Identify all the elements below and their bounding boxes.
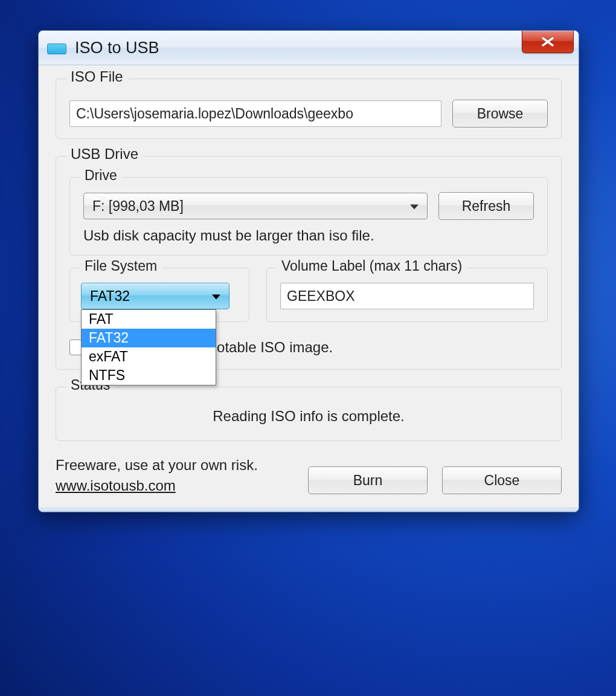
volume-label-value: GEEXBOX [287,288,355,304]
close-button[interactable]: Close [442,466,562,494]
window-title: ISO to USB [75,39,159,57]
status-text: Reading ISO info is complete. [68,408,549,425]
app-window: ISO to USB ISO File C:\Users\josemaria.l… [38,30,579,512]
footer-note: Freeware, use at your own risk. [56,457,294,474]
volume-label-input[interactable]: GEEXBOX [280,283,534,309]
chevron-down-icon [211,288,222,304]
fs-option-ntfs[interactable]: NTFS [82,366,216,385]
file-system-value: FAT32 [90,288,130,304]
drive-select-value: F: [998,03 MB] [92,198,184,214]
iso-file-legend: ISO File [66,68,128,85]
file-system-group: File System FAT32 FAT FAT32 [69,268,249,322]
window-bottom-edge [39,507,579,512]
usb-drive-group: USB Drive Drive F: [998,03 MB] Refresh [56,156,562,370]
iso-path-value: C:\Users\josemaria.lopez\Downloads\geexb… [76,106,353,122]
refresh-button[interactable]: Refresh [438,192,534,220]
drive-group: Drive F: [998,03 MB] Refresh Usb disk ca… [69,177,548,256]
app-icon [47,44,66,54]
drive-legend: Drive [80,167,122,184]
burn-button[interactable]: Burn [308,466,428,494]
file-system-legend: File System [80,258,162,274]
chevron-down-icon [409,198,420,214]
client-area: ISO File C:\Users\josemaria.lopez\Downlo… [39,65,579,507]
drive-hint: Usb disk capacity must be larger than is… [83,227,534,244]
volume-label-group: Volume Label (max 11 chars) GEEXBOX [266,268,548,322]
usb-drive-legend: USB Drive [66,146,143,163]
fs-option-fat[interactable]: FAT [82,310,216,329]
drive-select[interactable]: F: [998,03 MB] [83,193,428,219]
fs-option-fat32[interactable]: FAT32 [82,329,216,347]
footer: Freeware, use at your own risk. www.isot… [56,457,562,494]
desktop-background: ISO to USB ISO File C:\Users\josemaria.l… [0,0,616,696]
browse-button[interactable]: Browse [452,100,548,127]
volume-label-legend: Volume Label (max 11 chars) [277,258,467,274]
window-close-button[interactable] [522,31,574,53]
website-link[interactable]: www.isotousb.com [56,477,176,494]
close-icon [540,36,556,47]
iso-path-input[interactable]: C:\Users\josemaria.lopez\Downloads\geexb… [69,100,441,127]
fs-option-exfat[interactable]: exFAT [82,347,216,366]
file-system-dropdown[interactable]: FAT FAT32 exFAT NTFS [81,309,216,385]
file-system-select[interactable]: FAT32 [81,283,229,309]
iso-file-group: ISO File C:\Users\josemaria.lopez\Downlo… [56,79,562,139]
titlebar[interactable]: ISO to USB [39,31,579,65]
status-group: Status Reading ISO info is complete. [56,387,562,441]
